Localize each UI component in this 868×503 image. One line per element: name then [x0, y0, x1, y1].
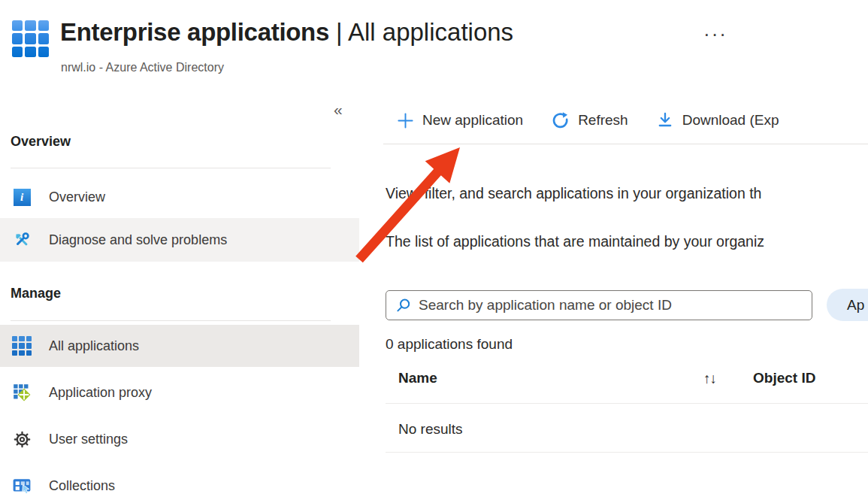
sidebar-collapse-icon[interactable]: « — [334, 101, 343, 119]
filter-pill-label: Ap — [847, 297, 864, 314]
sidebar-item-overview[interactable]: i Overview — [0, 177, 359, 217]
search-icon — [395, 298, 411, 314]
column-header-name[interactable]: Name — [398, 370, 437, 386]
divider — [11, 168, 331, 168]
section-header-manage: Manage — [11, 286, 61, 301]
sidebar-item-collections[interactable]: Collections — [0, 466, 359, 503]
refresh-icon — [551, 111, 570, 130]
sidebar-item-diagnose-and-solve-problems[interactable]: Diagnose and solve problems — [0, 218, 359, 262]
plus-icon — [397, 112, 414, 129]
download-label: Download (Exp — [682, 112, 779, 129]
main-content: New application Refresh Download (Exp Vi… — [383, 98, 868, 503]
refresh-button[interactable]: Refresh — [551, 111, 628, 130]
application-type-filter-pill[interactable]: Ap — [827, 289, 868, 321]
directory-subtitle: nrwl.io - Azure Active Directory — [61, 61, 224, 74]
tools-icon — [12, 230, 32, 250]
app-proxy-icon — [12, 383, 32, 402]
sidebar-item-label: All applications — [49, 338, 139, 354]
download-button[interactable]: Download (Exp — [656, 111, 779, 129]
info-icon: i — [12, 189, 32, 206]
description-line-1: View, filter, and search applications in… — [386, 185, 761, 202]
refresh-label: Refresh — [578, 112, 628, 129]
command-bar: New application Refresh Download (Exp — [397, 104, 779, 137]
description-line-2: The list of applications that are mainta… — [386, 233, 764, 250]
sidebar-item-all-applications[interactable]: All applications — [0, 325, 359, 367]
divider — [386, 452, 868, 453]
new-application-button[interactable]: New application — [397, 112, 523, 129]
sidebar-item-label: Collections — [49, 478, 115, 494]
sort-arrows-icon: ↑↓ — [703, 371, 716, 387]
enterprise-applications-icon — [12, 20, 49, 57]
sidebar-item-application-proxy[interactable]: Application proxy — [0, 373, 359, 412]
sidebar-item-label: Diagnose and solve problems — [49, 232, 227, 248]
column-header-object-id[interactable]: Object ID — [753, 370, 815, 386]
page-title-main: Enterprise applications — [60, 18, 329, 46]
page-title: Enterprise applications| All application… — [60, 18, 513, 47]
section-header-overview: Overview — [11, 134, 71, 150]
sidebar-item-label: Application proxy — [49, 385, 152, 401]
sidebar-item-label: Overview — [49, 189, 105, 205]
gear-icon — [12, 430, 32, 449]
divider — [386, 403, 868, 404]
search-input[interactable] — [419, 297, 779, 314]
results-count: 0 applications found — [386, 336, 513, 353]
sidebar-item-user-settings[interactable]: User settings — [0, 420, 359, 459]
divider — [11, 320, 331, 321]
sidebar-item-label: User settings — [49, 432, 128, 447]
sidebar: « Overview i Overview Diagnose and solve… — [0, 98, 359, 503]
new-application-label: New application — [422, 112, 523, 129]
grid-icon — [12, 336, 32, 356]
collections-icon — [12, 476, 32, 495]
empty-table-text: No results — [398, 421, 463, 438]
divider — [383, 144, 868, 144]
download-icon — [656, 111, 674, 129]
page-title-section: | All applications — [336, 18, 513, 46]
more-options-icon[interactable]: ··· — [703, 23, 727, 46]
search-box — [386, 290, 812, 320]
